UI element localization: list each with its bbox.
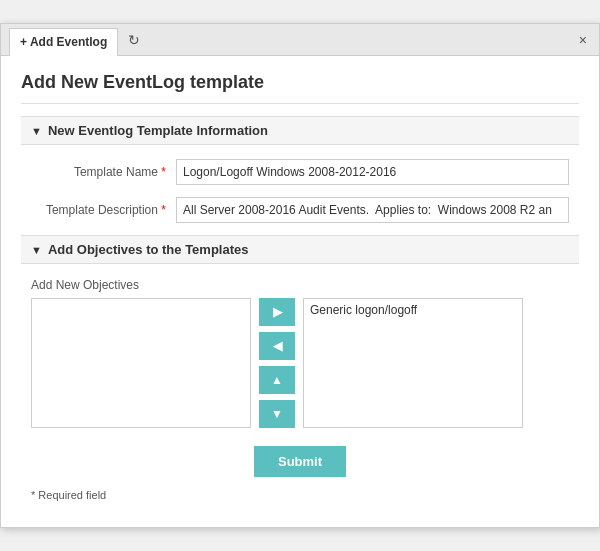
objectives-buttons: ▶ ◀ ▲ ▼ [259,298,295,428]
move-down-button[interactable]: ▼ [259,400,295,428]
add-eventlog-tab[interactable]: + Add Eventlog [9,28,118,56]
add-objectives-label: Add New Objectives [31,278,569,292]
submit-button[interactable]: Submit [254,446,346,477]
template-name-label: Template Name * [31,165,176,179]
section2: ▼ Add Objectives to the Templates Add Ne… [21,235,579,428]
objectives-left-list[interactable] [31,298,251,428]
move-up-button[interactable]: ▲ [259,366,295,394]
objectives-row: ▶ ◀ ▲ ▼ Generic logon/logoff [21,298,579,428]
modal-title: Add New EventLog template [21,72,579,104]
section1-label: New Eventlog Template Information [48,123,268,138]
template-name-required: * [161,165,166,179]
section1-arrow-icon: ▼ [31,125,42,137]
modal-container: + Add Eventlog ↻ × Add New EventLog temp… [0,23,600,528]
refresh-button[interactable]: ↻ [128,32,140,48]
template-name-input[interactable] [176,159,569,185]
section2-arrow-icon: ▼ [31,244,42,256]
template-desc-group: Template Description * [21,197,579,223]
tab-bar: + Add Eventlog ↻ × [1,24,599,56]
section1-header[interactable]: ▼ New Eventlog Template Information [21,116,579,145]
required-note: * Required field [21,485,579,511]
close-button[interactable]: × [575,32,591,48]
tab-plus-icon: + Add Eventlog [20,35,107,49]
modal-body: Add New EventLog template ▼ New Eventlog… [1,56,599,527]
template-desc-required: * [161,203,166,217]
submit-row: Submit [21,446,579,477]
section2-header[interactable]: ▼ Add Objectives to the Templates [21,235,579,264]
move-right-button[interactable]: ▶ [259,298,295,326]
section2-label: Add Objectives to the Templates [48,242,249,257]
template-desc-input[interactable] [176,197,569,223]
template-name-group: Template Name * [21,159,579,185]
objectives-right-list[interactable]: Generic logon/logoff [303,298,523,428]
list-item: Generic logon/logoff [310,303,516,317]
move-left-button[interactable]: ◀ [259,332,295,360]
template-desc-label: Template Description * [31,203,176,217]
